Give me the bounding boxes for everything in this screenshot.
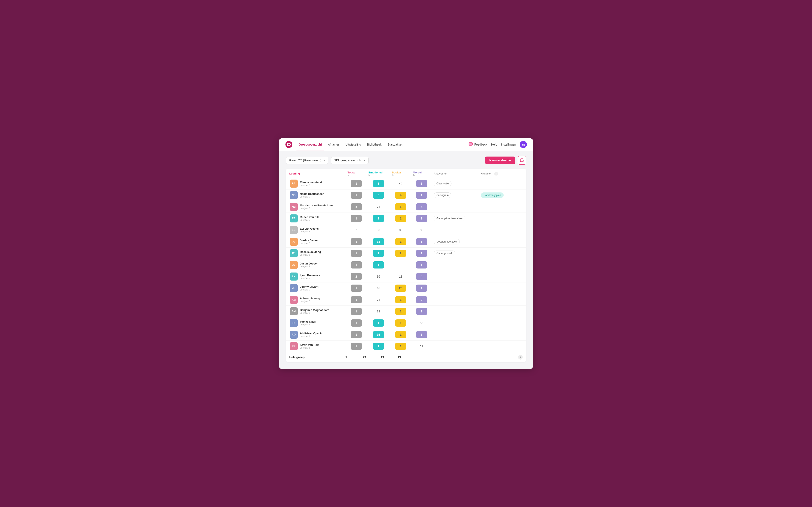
avatar: TN: [290, 319, 298, 327]
analyseren-cell: [432, 340, 479, 352]
sociaal-score: 1: [390, 213, 411, 224]
leerling-cell: JL J'romy Levant Leerjaar 7: [286, 282, 346, 294]
main-content: Groep 7/8 (Groepskaart) ▼ SEL groepsover…: [279, 151, 533, 369]
leerling-cell: AM Avinash Minnig Leerjaar 8: [286, 294, 346, 305]
moreel-score: 1: [411, 236, 432, 247]
nav-groepsoverzicht[interactable]: Groepsoverzicht: [297, 142, 324, 148]
table-row: RJ Rosalie de Jong Leerjaar 8 1 1 2 1 Ou…: [286, 247, 526, 259]
totaal-score: 1: [346, 213, 367, 224]
student-year: Leerjaar 7: [300, 288, 318, 291]
action-badge[interactable]: Dossieronderzoek: [434, 239, 460, 244]
avatar: MB: [290, 203, 298, 211]
feedback-button[interactable]: Feedback: [468, 142, 487, 147]
analyseren-cell: [432, 201, 479, 213]
student-year: Leerjaar 8: [300, 230, 319, 233]
sociaal-score: 80: [390, 224, 411, 236]
totaal-score: 1: [346, 340, 367, 352]
avatar: BM: [290, 307, 298, 316]
avatar: RJ: [290, 249, 298, 257]
action-badge[interactable]: Observatie: [434, 181, 451, 186]
settings-link[interactable]: Instellingen: [501, 143, 516, 146]
handelen-cell: [479, 213, 526, 224]
student-name: Abdirisaq Opacic: [300, 332, 322, 335]
nav-startpakket[interactable]: Startpakket: [385, 142, 405, 148]
svg-rect-10: [521, 161, 523, 162]
moreel-score: 11: [411, 340, 432, 352]
table-row: EG Evi van Gestel Leerjaar 8 91 83 80 86: [286, 224, 526, 236]
moreel-score: 1: [411, 282, 432, 294]
table-row: RA Rianna van Aalst Leerjaar 8 1 8 44 1 …: [286, 178, 526, 189]
user-avatar[interactable]: YB: [520, 141, 527, 148]
leerling-cell: RJ Rosalie de Jong Leerjaar 8: [286, 247, 346, 259]
print-button[interactable]: [518, 156, 526, 165]
nav-right: Feedback Help Instellingen YB: [468, 141, 527, 148]
avatar: JL: [290, 284, 298, 292]
help-link[interactable]: Help: [491, 143, 497, 146]
handelen-info-icon[interactable]: i: [494, 172, 498, 176]
analyseren-cell: Sociogram: [432, 189, 479, 201]
footer-row: Hele groep 7 29 13 13 i: [286, 352, 526, 362]
app-container: Groepsoverzicht Afnames Uitwisseling Bib…: [279, 138, 533, 369]
nav-bibliotheek[interactable]: Bibliotheek: [365, 142, 384, 148]
new-afname-button[interactable]: Nieuwe afname: [485, 157, 515, 164]
sociaal-score: 44: [390, 178, 411, 189]
sociaal-score: 1: [390, 317, 411, 329]
leerling-cell: BM Benjamin Moghaddam Leerjaar 8: [286, 305, 346, 317]
action-badge[interactable]: Sociogram: [434, 192, 451, 198]
header-emotioneel: Emotioneel lkr: [367, 169, 390, 178]
chevron-down-icon: ▼: [323, 159, 325, 162]
group-dropdown[interactable]: Groep 7/8 (Groepskaart) ▼: [286, 157, 328, 164]
sociaal-score: 13: [390, 259, 411, 271]
avatar: NB: [290, 191, 298, 199]
leerling-cell: KP Kevin van Pelt Leerjaar 8: [286, 340, 346, 352]
svg-point-7: [471, 144, 472, 144]
student-year: Leerjaar 7: [300, 219, 319, 221]
leerling-cell: JJ Justin Joosen Leerjaar 9: [286, 259, 346, 271]
moreel-score: 1: [411, 329, 432, 340]
toolbar: Groep 7/8 (Groepskaart) ▼ SEL groepsover…: [286, 156, 526, 165]
action-badge[interactable]: Gedragsfunctieanalyse: [434, 216, 465, 221]
avatar: AO: [290, 331, 298, 339]
leerling-cell: MB Mauricio van Beekhuizen Leerjaar 8: [286, 201, 346, 213]
avatar: KP: [290, 342, 298, 350]
sociaal-score: 1: [390, 236, 411, 247]
nav-uitwisseling[interactable]: Uitwisseling: [343, 142, 363, 148]
student-year: Leerjaar 8: [300, 323, 316, 326]
analyseren-cell: [432, 282, 479, 294]
analyseren-cell: [432, 317, 479, 329]
handelen-cell: [479, 294, 526, 305]
nav-afnames[interactable]: Afnames: [326, 142, 342, 148]
student-year: Leerjaar 8: [300, 253, 321, 256]
totaal-score: 1: [346, 259, 367, 271]
emotioneel-score: 8: [367, 189, 390, 201]
totaal-score: 1: [346, 178, 367, 189]
footer-moreel: 13: [391, 355, 408, 359]
emotioneel-score: 71: [367, 201, 390, 213]
emotioneel-score: 36: [367, 271, 390, 282]
emotioneel-score: 1: [367, 340, 390, 352]
footer-info-icon[interactable]: i: [518, 355, 523, 359]
student-name: Tobias Nasri: [300, 320, 316, 324]
student-year: Leerjaar 8: [300, 242, 319, 244]
handelen-cell: [479, 282, 526, 294]
header-leerling: Leerling: [286, 169, 346, 178]
action-badge[interactable]: Handelingsplan: [481, 192, 504, 198]
emotioneel-score: 46: [367, 282, 390, 294]
handelen-cell: [479, 317, 526, 329]
avatar: AM: [290, 296, 298, 304]
svg-point-6: [470, 144, 471, 144]
action-badge[interactable]: Oudergesprek: [434, 250, 455, 256]
student-name: Mauricio van Beekhuizen: [300, 204, 333, 207]
analyseren-cell: [432, 271, 479, 282]
student-name: J'romy Levant: [300, 285, 318, 289]
student-name: Ruben van Elk: [300, 216, 319, 219]
student-year: Leerjaar 9: [300, 265, 318, 268]
totaal-score: 1: [346, 236, 367, 247]
handelen-cell: [479, 329, 526, 340]
emotioneel-score: 8: [367, 178, 390, 189]
footer-sociaal: 13: [374, 355, 391, 359]
table-row: KP Kevin van Pelt Leerjaar 8 1 1 1 11: [286, 340, 526, 352]
leerling-cell: RE Ruben van Elk Leerjaar 7: [286, 213, 346, 224]
moreel-score: 1: [411, 259, 432, 271]
sel-dropdown[interactable]: SEL groepsoverzicht ▼: [331, 157, 368, 164]
